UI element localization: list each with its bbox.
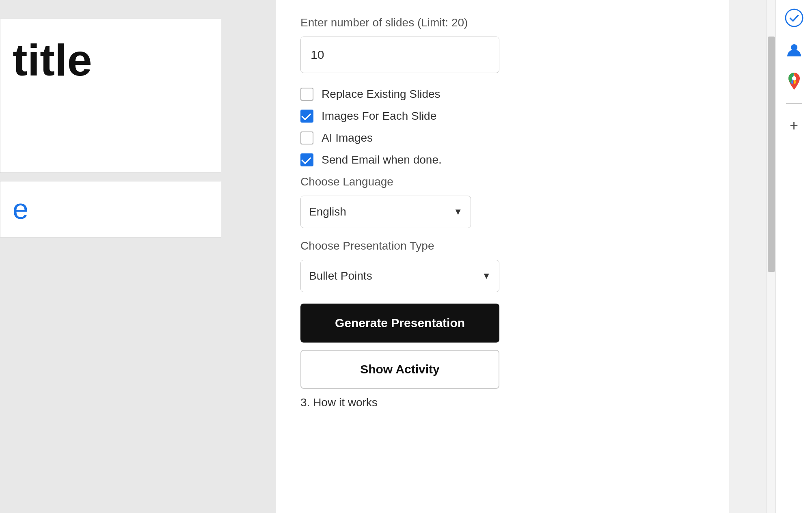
scrollbar-track <box>767 0 775 513</box>
slides-number-input[interactable] <box>300 37 499 73</box>
choose-language-label: Choose Language <box>300 175 705 188</box>
plus-symbol: + <box>790 119 798 133</box>
replace-slides-checkbox[interactable] <box>300 88 313 101</box>
how-it-works-label: 3. How it works <box>300 396 705 409</box>
replace-slides-label: Replace Existing Slides <box>322 88 441 101</box>
slide-preview-area: title e <box>0 0 276 513</box>
type-section: Choose Presentation Type Bullet Points ▼ <box>300 239 705 292</box>
ai-images-row: AI Images <box>300 131 705 144</box>
send-email-label: Send Email when done. <box>322 153 442 166</box>
svg-point-2 <box>792 76 796 81</box>
slide-title-text: title <box>13 35 92 85</box>
language-section: Choose Language English ▼ <box>300 175 705 228</box>
ai-images-label: AI Images <box>322 131 373 144</box>
sidebar-divider <box>786 103 802 104</box>
slide-title-box: title <box>0 19 221 173</box>
choose-type-label: Choose Presentation Type <box>300 239 705 252</box>
google-tasks-icon[interactable] <box>784 8 804 28</box>
slide-subtitle-box: e <box>0 181 221 237</box>
replace-slides-row: Replace Existing Slides <box>300 88 705 101</box>
maps-icon[interactable] <box>784 71 804 91</box>
language-value: English <box>309 205 346 218</box>
images-each-slide-row: Images For Each Slide <box>300 110 705 123</box>
form-area: Enter number of slides (Limit: 20) Repla… <box>276 0 729 513</box>
ai-images-checkbox[interactable] <box>300 131 313 144</box>
add-icon[interactable]: + <box>784 116 804 136</box>
generate-presentation-button[interactable]: Generate Presentation <box>300 304 499 343</box>
send-email-checkbox[interactable] <box>300 153 313 166</box>
slide-subtitle-text: e <box>13 193 28 225</box>
language-chevron-icon: ▼ <box>454 207 462 217</box>
send-email-row: Send Email when done. <box>300 153 705 166</box>
slides-limit-label: Enter number of slides (Limit: 20) <box>300 16 705 29</box>
language-dropdown[interactable]: English ▼ <box>300 196 471 228</box>
type-chevron-icon: ▼ <box>482 271 491 281</box>
images-each-slide-label: Images For Each Slide <box>322 110 436 123</box>
scrollbar-thumb[interactable] <box>768 37 775 272</box>
show-activity-button[interactable]: Show Activity <box>300 350 499 389</box>
sidebar: + <box>775 0 812 513</box>
images-each-slide-checkbox[interactable] <box>300 110 313 123</box>
type-dropdown[interactable]: Bullet Points ▼ <box>300 260 499 292</box>
type-value: Bullet Points <box>309 269 372 282</box>
account-icon[interactable] <box>784 40 804 59</box>
svg-point-0 <box>785 9 802 26</box>
